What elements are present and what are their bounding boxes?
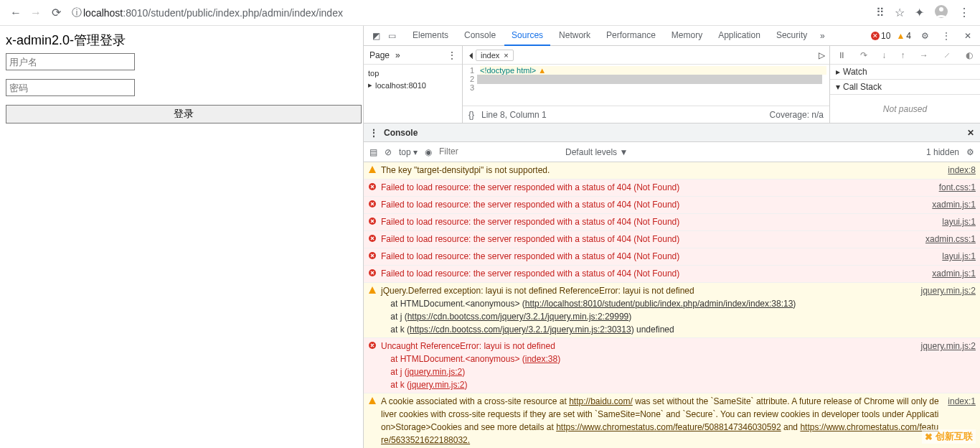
more-tabs-icon[interactable]: » xyxy=(814,31,830,41)
log-source-link[interactable]: xadmin.js:1 xyxy=(925,267,976,281)
not-paused-label: Not paused xyxy=(830,95,980,123)
console-filter-input[interactable] xyxy=(439,146,554,157)
url-port: :8010 xyxy=(123,7,148,19)
code-editor[interactable]: 123 <!doctype html> ▲ xyxy=(463,65,829,106)
console-log-row: Uncaught ReferenceError: layui is not de… xyxy=(364,338,980,393)
log-source-link[interactable]: xadmin.css:1 xyxy=(918,233,976,246)
close-tab-icon[interactable]: × xyxy=(504,51,508,60)
console-log-row: A cookie associated with a cross-site re… xyxy=(364,393,980,448)
back-button[interactable]: ← xyxy=(6,3,26,23)
hidden-count[interactable]: 1 hidden xyxy=(926,147,959,157)
browser-toolbar: ← → ⟳ ⓘ localhost:8010/student/public/in… xyxy=(0,0,980,26)
pause-icon[interactable]: ⏸ xyxy=(837,50,846,60)
log-source-link[interactable]: jquery.min.js:2 xyxy=(914,340,976,391)
log-message: Uncaught ReferenceError: layui is not de… xyxy=(378,340,914,391)
error-count-badge[interactable]: ✕10 xyxy=(871,31,890,41)
error-icon xyxy=(368,251,378,263)
step-over-icon[interactable]: ↷ xyxy=(860,50,867,60)
run-snippet-icon[interactable]: ▷ xyxy=(819,50,825,60)
devtools-tab-network[interactable]: Network xyxy=(552,26,598,46)
context-selector[interactable]: top ▾ xyxy=(399,147,418,157)
url-path: /student/public/index.php/admin/index/in… xyxy=(148,7,343,19)
navigator-more-icon[interactable]: » xyxy=(395,50,400,60)
deactivate-bp-icon[interactable]: ⟋ xyxy=(943,50,951,60)
cursor-position: Line 8, Column 1 xyxy=(481,110,547,120)
watermark: ✖ 创新互联 xyxy=(922,429,976,444)
sources-navigator: Page » ⋮ top ▸ localhost:8010 xyxy=(364,46,463,123)
log-message: Failed to load resource: the server resp… xyxy=(378,267,925,281)
log-source-link[interactable]: jquery.min.js:2 xyxy=(914,284,976,336)
devtools-menu-icon[interactable]: ⋮ xyxy=(938,31,954,41)
braces-icon[interactable]: {} xyxy=(468,110,474,120)
site-info-icon[interactable]: ⓘ xyxy=(72,6,82,19)
log-message: The key "target-densitydpi" is not suppo… xyxy=(378,164,941,177)
log-message: Failed to load resource: the server resp… xyxy=(378,198,925,212)
error-count: 10 xyxy=(881,31,890,41)
console-log-row: Failed to load resource: the server resp… xyxy=(364,179,980,197)
sources-panel: Page » ⋮ top ▸ localhost:8010 ⏴ index× ▷… xyxy=(364,46,980,123)
error-icon xyxy=(368,199,378,212)
tree-item-host[interactable]: ▸ localhost:8010 xyxy=(368,79,458,91)
clear-console-icon[interactable]: ⊘ xyxy=(385,147,392,157)
error-icon xyxy=(368,216,378,229)
callstack-section[interactable]: ▾ Call Stack xyxy=(830,80,980,95)
username-field[interactable] xyxy=(6,53,135,70)
devtools-close-icon[interactable]: ✕ xyxy=(960,31,976,41)
login-button[interactable]: 登录 xyxy=(6,105,362,123)
live-expression-icon[interactable]: ◉ xyxy=(425,147,432,157)
log-source-link[interactable]: layui.js:1 xyxy=(935,215,976,229)
devtools-tab-memory[interactable]: Memory xyxy=(664,26,710,46)
error-icon xyxy=(368,233,378,246)
drawer-close-icon[interactable]: ✕ xyxy=(967,128,974,138)
translate-icon[interactable]: ⠿ xyxy=(876,6,885,19)
console-log-row: The key "target-densitydpi" is not suppo… xyxy=(364,162,980,179)
profile-icon[interactable] xyxy=(934,4,948,22)
console-log-area[interactable]: The key "target-densitydpi" is not suppo… xyxy=(364,162,980,448)
error-icon xyxy=(368,182,378,195)
devtools-tab-sources[interactable]: Sources xyxy=(504,26,550,46)
step-out-icon[interactable]: ↑ xyxy=(900,50,905,60)
forward-button[interactable]: → xyxy=(26,3,46,23)
inspect-icon[interactable]: ◩ xyxy=(368,31,384,41)
devtools-tab-elements[interactable]: Elements xyxy=(405,26,456,46)
navigator-menu-icon[interactable]: ⋮ xyxy=(448,50,456,60)
console-settings-icon[interactable]: ⚙ xyxy=(966,147,974,157)
warning-count-badge[interactable]: ▲4 xyxy=(896,31,911,41)
log-source-link[interactable]: index:8 xyxy=(941,164,976,177)
bookmark-icon[interactable]: ☆ xyxy=(895,6,905,19)
sidebar-toggle-icon[interactable]: ▤ xyxy=(369,147,377,157)
password-field[interactable] xyxy=(6,79,135,96)
watch-section[interactable]: ▸ Watch xyxy=(830,65,980,80)
warning-icon xyxy=(368,164,378,177)
log-source-link[interactable]: xadmin.js:1 xyxy=(925,198,976,212)
log-levels-selector[interactable]: Default levels ▼ xyxy=(565,147,628,157)
devtools-tab-console[interactable]: Console xyxy=(457,26,503,46)
devtools-tab-performance[interactable]: Performance xyxy=(599,26,663,46)
step-into-icon[interactable]: ↓ xyxy=(882,50,886,60)
settings-icon[interactable]: ⚙ xyxy=(917,31,933,41)
drawer-menu-icon[interactable]: ⋮ xyxy=(369,128,378,138)
navigator-tab-page[interactable]: Page xyxy=(369,50,390,60)
tree-item-top[interactable]: top xyxy=(368,67,458,79)
log-source-link[interactable]: layui.js:1 xyxy=(935,250,976,263)
menu-icon[interactable]: ⋮ xyxy=(958,6,970,19)
warning-icon xyxy=(368,285,378,336)
log-source-link[interactable]: font.css:1 xyxy=(932,181,976,195)
step-icon[interactable]: → xyxy=(920,50,928,60)
reload-button[interactable]: ⟳ xyxy=(46,3,66,23)
prev-file-icon[interactable]: ⏴ xyxy=(467,50,476,60)
open-file-tab[interactable]: index× xyxy=(476,50,514,61)
devtools-tab-application[interactable]: Application xyxy=(711,26,768,46)
devtools-tab-security[interactable]: Security xyxy=(769,26,814,46)
log-message: A cookie associated with a cross-site re… xyxy=(378,395,941,447)
error-icon xyxy=(368,268,378,281)
address-bar[interactable]: ⓘ localhost:8010/student/public/index.ph… xyxy=(72,6,870,19)
device-toggle-icon[interactable]: ▭ xyxy=(384,31,400,41)
pause-exc-icon[interactable]: ◐ xyxy=(966,50,973,60)
log-message: Failed to load resource: the server resp… xyxy=(378,233,918,246)
log-message: Failed to load resource: the server resp… xyxy=(378,250,935,263)
console-drawer: ⋮ Console ✕ ▤ ⊘ top ▾ ◉ Default levels ▼… xyxy=(364,123,980,448)
svg-point-1 xyxy=(939,7,943,11)
debugger-sidebar: ⏸ ↷ ↓ ↑ → ⟋ ◐ ▸ Watch ▾ Call Stack Not p… xyxy=(829,46,980,123)
extensions-icon[interactable]: ✦ xyxy=(915,6,924,19)
